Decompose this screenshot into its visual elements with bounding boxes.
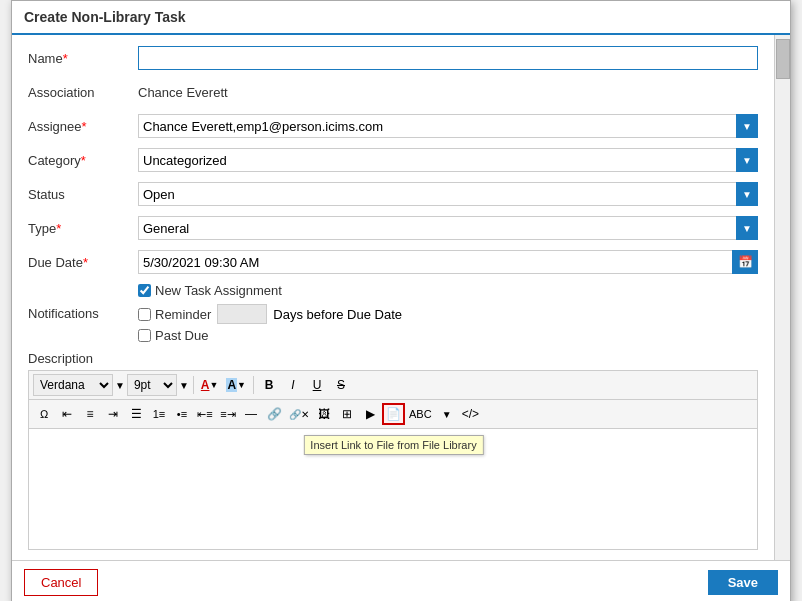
status-select[interactable]: Open bbox=[138, 182, 758, 206]
insert-table-button[interactable]: ⊞ bbox=[336, 403, 358, 425]
due-date-wrapper: 📅 bbox=[138, 250, 758, 274]
assignee-row: Assignee* Chance Everett,emp1@person.ici… bbox=[28, 113, 758, 139]
dialog-footer: Cancel Save bbox=[12, 560, 790, 601]
font-select[interactable]: Verdana bbox=[33, 374, 113, 396]
past-due-row: Past Due bbox=[138, 328, 758, 343]
align-right-button[interactable]: ⇥ bbox=[102, 403, 124, 425]
description-section: Description Verdana ▼ 9pt ▼ bbox=[28, 351, 758, 550]
new-task-assignment-row: New Task Assignment bbox=[138, 283, 758, 298]
type-label: Type* bbox=[28, 221, 138, 236]
description-label: Description bbox=[28, 351, 758, 366]
scrollbar-thumb[interactable] bbox=[776, 39, 790, 79]
assignee-field: Chance Everett,emp1@person.icims.com bbox=[138, 114, 758, 138]
assignee-select-wrapper: Chance Everett,emp1@person.icims.com bbox=[138, 114, 758, 138]
font-color-icon: A bbox=[201, 378, 210, 392]
status-field: Open bbox=[138, 182, 758, 206]
horizontal-rule-button[interactable]: — bbox=[240, 403, 262, 425]
reminder-checkbox[interactable] bbox=[138, 308, 151, 321]
align-center-button[interactable]: ≡ bbox=[79, 403, 101, 425]
dropdown-more-button[interactable]: ▼ bbox=[436, 403, 458, 425]
italic-button[interactable]: I bbox=[282, 374, 304, 396]
insert-image-button[interactable]: 🖼 bbox=[313, 403, 335, 425]
name-field bbox=[138, 46, 758, 70]
bg-color-icon: A bbox=[226, 378, 237, 392]
dialog-content: Name* Association Chance Everett Assigne… bbox=[12, 35, 774, 560]
special-char-button[interactable]: Ω bbox=[33, 403, 55, 425]
bg-color-dropdown: ▼ bbox=[237, 380, 246, 390]
days-input[interactable] bbox=[217, 304, 267, 324]
association-label: Association bbox=[28, 85, 138, 100]
italic-icon: I bbox=[291, 378, 294, 392]
justify-icon: ☰ bbox=[131, 407, 142, 421]
strikethrough-button[interactable]: S bbox=[330, 374, 352, 396]
spellcheck-button[interactable]: ABC bbox=[406, 403, 435, 425]
due-date-input[interactable] bbox=[138, 250, 732, 274]
days-label: Days before Due Date bbox=[273, 307, 402, 322]
association-row: Association Chance Everett bbox=[28, 79, 758, 105]
bg-color-button[interactable]: A ▼ bbox=[223, 374, 249, 396]
new-task-assignment-checkbox[interactable] bbox=[138, 284, 151, 297]
due-date-label: Due Date* bbox=[28, 255, 138, 270]
name-row: Name* bbox=[28, 45, 758, 71]
type-field: General bbox=[138, 216, 758, 240]
ordered-list-button[interactable]: 1≡ bbox=[148, 403, 170, 425]
underline-icon: U bbox=[313, 378, 322, 392]
reminder-row: Reminder Days before Due Date bbox=[138, 304, 758, 324]
assignee-select[interactable]: Chance Everett,emp1@person.icims.com bbox=[138, 114, 758, 138]
past-due-label[interactable]: Past Due bbox=[138, 328, 208, 343]
scrollbar[interactable] bbox=[774, 35, 790, 560]
association-value: Chance Everett bbox=[138, 85, 758, 100]
unlink-button[interactable]: 🔗✕ bbox=[286, 403, 312, 425]
cancel-button[interactable]: Cancel bbox=[24, 569, 98, 596]
reminder-label[interactable]: Reminder bbox=[138, 307, 211, 322]
unordered-list-button[interactable]: •≡ bbox=[171, 403, 193, 425]
category-select-wrapper: Uncategorized bbox=[138, 148, 758, 172]
category-select[interactable]: Uncategorized bbox=[138, 148, 758, 172]
align-right-icon: ⇥ bbox=[108, 407, 118, 421]
type-select-wrapper: General bbox=[138, 216, 758, 240]
size-select[interactable]: 9pt bbox=[127, 374, 177, 396]
type-row: Type* General bbox=[28, 215, 758, 241]
type-select[interactable]: General bbox=[138, 216, 758, 240]
align-center-icon: ≡ bbox=[86, 407, 93, 421]
category-field: Uncategorized bbox=[138, 148, 758, 172]
align-left-icon: ⇤ bbox=[62, 407, 72, 421]
justify-button[interactable]: ☰ bbox=[125, 403, 147, 425]
past-due-checkbox[interactable] bbox=[138, 329, 151, 342]
editor-toolbar-top: Verdana ▼ 9pt ▼ A ▼ A bbox=[29, 371, 757, 400]
indent-increase-button[interactable]: ≡⇥ bbox=[217, 403, 239, 425]
new-task-assignment-label[interactable]: New Task Assignment bbox=[138, 283, 758, 298]
editor-container: Verdana ▼ 9pt ▼ A ▼ A bbox=[28, 370, 758, 550]
font-color-dropdown: ▼ bbox=[209, 380, 218, 390]
due-date-field: 📅 bbox=[138, 250, 758, 274]
bold-button[interactable]: B bbox=[258, 374, 280, 396]
editor-area[interactable] bbox=[29, 429, 757, 549]
separator-2 bbox=[253, 376, 254, 394]
category-row: Category* Uncategorized bbox=[28, 147, 758, 173]
assignee-label: Assignee* bbox=[28, 119, 138, 134]
insert-media-button[interactable]: ▶ bbox=[359, 403, 381, 425]
source-button[interactable]: </> bbox=[459, 403, 482, 425]
link-button[interactable]: 🔗 bbox=[263, 403, 285, 425]
insert-file-library-button[interactable]: 📄 bbox=[382, 403, 405, 425]
save-button[interactable]: Save bbox=[708, 570, 778, 595]
calendar-button[interactable]: 📅 bbox=[732, 250, 758, 274]
notifications-section: Notifications Reminder Days before Due D… bbox=[28, 304, 758, 343]
strikethrough-icon: S bbox=[337, 378, 345, 392]
separator-1 bbox=[193, 376, 194, 394]
dialog-body: Name* Association Chance Everett Assigne… bbox=[12, 35, 790, 560]
indent-decrease-button[interactable]: ⇤≡ bbox=[194, 403, 216, 425]
notifications-label: Notifications bbox=[28, 304, 138, 343]
align-left-button[interactable]: ⇤ bbox=[56, 403, 78, 425]
font-color-button[interactable]: A ▼ bbox=[198, 374, 222, 396]
insert-file-library-icon: 📄 bbox=[386, 407, 401, 421]
name-input[interactable] bbox=[138, 46, 758, 70]
status-select-wrapper: Open bbox=[138, 182, 758, 206]
due-date-row: Due Date* 📅 bbox=[28, 249, 758, 275]
size-dropdown-icon: ▼ bbox=[179, 380, 189, 391]
dialog-title: Create Non-Library Task bbox=[12, 1, 790, 35]
underline-button[interactable]: U bbox=[306, 374, 328, 396]
name-label: Name* bbox=[28, 51, 138, 66]
status-row: Status Open bbox=[28, 181, 758, 207]
editor-toolbar-bottom: Ω ⇤ ≡ ⇥ ☰ 1≡ •≡ bbox=[29, 400, 757, 429]
